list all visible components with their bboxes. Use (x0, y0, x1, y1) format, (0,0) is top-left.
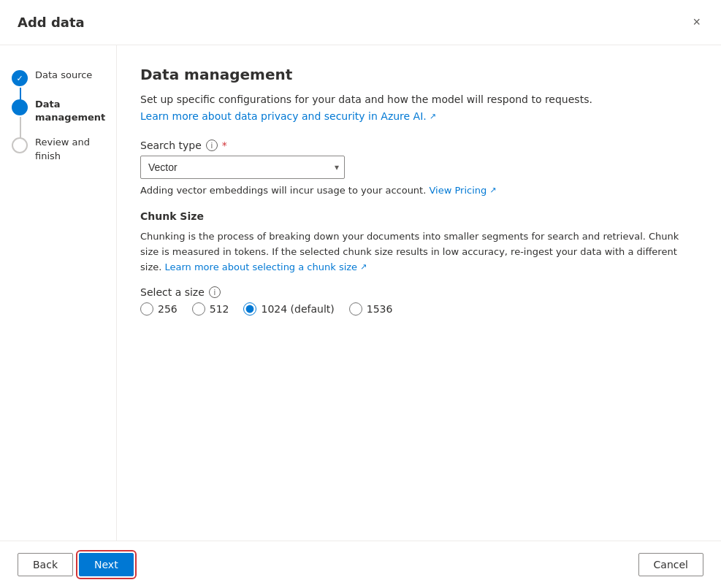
search-type-label: Search type (140, 140, 202, 151)
view-pricing-text: View Pricing (429, 185, 487, 196)
step-circle-3 (12, 137, 28, 153)
radio-label-256: 256 (158, 303, 178, 315)
chunk-learn-more-text: Learn more about selecting a chunk size (164, 260, 357, 275)
select-size-label: Select a size (140, 286, 205, 298)
chunk-learn-more-link[interactable]: Learn more about selecting a chunk size … (164, 260, 367, 275)
step-review-finish: Review and finish (12, 130, 104, 168)
pricing-external-icon: ↗ (489, 186, 496, 195)
dialog-header: Add data × (0, 0, 721, 45)
footer-right-actions: Cancel (638, 553, 703, 576)
select-size-info-icon[interactable]: i (209, 286, 221, 298)
radio-label-1024: 1024 (default) (261, 303, 334, 315)
search-type-label-wrapper: Search type i * (140, 140, 698, 151)
back-label: Back (33, 559, 58, 570)
radio-input-512[interactable] (192, 302, 205, 316)
radio-256[interactable]: 256 (140, 302, 178, 316)
radio-label-512: 512 (210, 303, 229, 315)
step-data-management: Data management (12, 92, 104, 130)
chunk-size-section: Chunk Size Chunking is the process of br… (140, 210, 698, 316)
external-link-icon: ↗ (430, 112, 436, 121)
search-type-section: Search type i * Vector Keyword Hybrid ▾ (140, 140, 698, 179)
chunk-size-title: Chunk Size (140, 210, 698, 222)
step-circle-2 (12, 99, 28, 115)
cancel-label: Cancel (654, 559, 688, 570)
chunk-size-description: Chunking is the process of breaking down… (140, 229, 698, 275)
data-privacy-link-text: Learn more about data privacy and securi… (140, 110, 427, 122)
next-label: Next (94, 559, 118, 570)
radio-input-1536[interactable] (349, 302, 362, 316)
required-indicator: * (222, 140, 227, 151)
close-button[interactable]: × (690, 12, 703, 33)
main-content-area: Data management Set up specific configur… (117, 45, 721, 541)
radio-1536[interactable]: 1536 (349, 302, 393, 316)
search-type-select[interactable]: Vector Keyword Hybrid (140, 156, 345, 179)
select-size-label-wrapper: Select a size i (140, 286, 698, 298)
radio-input-256[interactable] (140, 302, 153, 316)
back-button[interactable]: Back (18, 553, 73, 576)
data-privacy-link[interactable]: Learn more about data privacy and securi… (140, 110, 436, 122)
cancel-button[interactable]: Cancel (638, 553, 703, 576)
vector-note-text: Adding vector embeddings will incur usag… (140, 185, 426, 196)
step-label-3: Review and finish (35, 136, 104, 162)
step-circle-1: ✓ (12, 70, 28, 86)
dialog-body: ✓ Data source Data management Review and… (0, 45, 721, 541)
dialog-title: Add data (18, 15, 85, 30)
radio-label-1536: 1536 (367, 303, 393, 315)
chunk-size-radio-group: 256 512 1024 (default) 1536 (140, 302, 698, 316)
dialog-footer: Back Next Cancel (0, 541, 721, 588)
radio-512[interactable]: 512 (192, 302, 229, 316)
step-label-1: Data source (35, 69, 92, 82)
add-data-dialog: Add data × ✓ Data source Data management (0, 0, 721, 588)
section-description: Set up specific configurations for your … (140, 92, 698, 107)
close-icon: × (693, 15, 701, 30)
vector-note: Adding vector embeddings will incur usag… (140, 185, 698, 196)
section-title: Data management (140, 66, 698, 83)
radio-input-1024[interactable] (243, 302, 256, 316)
search-type-info-icon[interactable]: i (206, 140, 218, 151)
footer-left-actions: Back Next (18, 553, 134, 576)
step-label-2: Data management (35, 98, 105, 124)
search-type-select-wrapper: Vector Keyword Hybrid ▾ (140, 156, 345, 179)
radio-1024[interactable]: 1024 (default) (243, 302, 334, 316)
checkmark-icon: ✓ (16, 74, 23, 83)
step-data-source: ✓ Data source (12, 63, 104, 92)
steps-panel: ✓ Data source Data management Review and… (0, 45, 117, 541)
next-button[interactable]: Next (79, 553, 134, 576)
view-pricing-link[interactable]: View Pricing ↗ (429, 185, 496, 196)
chunk-learn-more-icon: ↗ (360, 261, 367, 274)
